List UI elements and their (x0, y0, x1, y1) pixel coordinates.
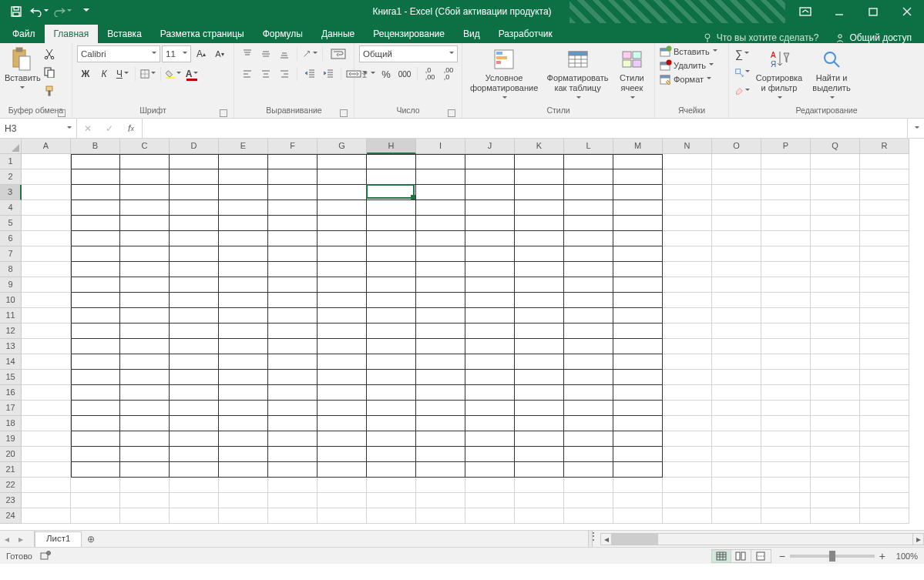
cell[interactable] (663, 508, 712, 524)
cell[interactable] (712, 385, 761, 401)
cell[interactable] (318, 493, 367, 508)
sheet-nav-next-icon[interactable]: ▸ (18, 534, 29, 545)
cell[interactable] (318, 385, 367, 401)
tab-разметка страницы[interactable]: Разметка страницы (151, 25, 254, 43)
cell[interactable] (71, 169, 120, 185)
cell[interactable] (318, 370, 367, 385)
cell[interactable] (465, 308, 515, 324)
customize-qat-icon[interactable] (76, 2, 96, 22)
cell[interactable] (22, 185, 71, 200)
cell[interactable] (515, 231, 564, 246)
borders-icon[interactable] (139, 65, 156, 82)
enter-icon[interactable]: ✓ (99, 119, 120, 138)
cell[interactable] (416, 493, 465, 508)
cell[interactable] (564, 401, 613, 416)
cell[interactable] (465, 478, 515, 493)
row-header[interactable]: 12 (0, 324, 22, 339)
cell[interactable] (663, 185, 712, 200)
cell[interactable] (120, 324, 170, 339)
row-header[interactable]: 5 (0, 216, 22, 231)
cell[interactable] (268, 246, 318, 262)
cell[interactable] (367, 385, 416, 401)
cell[interactable] (22, 431, 71, 447)
cell[interactable] (22, 262, 71, 277)
cell[interactable] (663, 246, 712, 262)
cell[interactable] (367, 293, 416, 308)
cell[interactable] (860, 416, 909, 431)
cell[interactable] (860, 478, 909, 493)
cell[interactable] (613, 493, 663, 508)
zoom-out-icon[interactable]: − (779, 550, 785, 562)
cell[interactable] (416, 339, 465, 354)
align-right-icon[interactable] (276, 65, 293, 82)
cell[interactable] (860, 339, 909, 354)
undo-icon[interactable] (29, 2, 49, 22)
cell[interactable] (367, 216, 416, 231)
cell[interactable] (416, 246, 465, 262)
cell[interactable] (367, 493, 416, 508)
cell[interactable] (268, 154, 318, 169)
tab-данные[interactable]: Данные (312, 25, 364, 43)
cell[interactable] (416, 169, 465, 185)
cell[interactable] (811, 308, 860, 324)
cell[interactable] (416, 308, 465, 324)
cell[interactable] (515, 262, 564, 277)
cell[interactable] (860, 277, 909, 293)
cell[interactable] (318, 462, 367, 478)
ribbon-options-icon[interactable] (788, 0, 822, 23)
cell[interactable] (318, 185, 367, 200)
cell[interactable] (318, 216, 367, 231)
italic-icon[interactable]: К (96, 65, 113, 82)
cell[interactable] (219, 246, 268, 262)
cell[interactable] (71, 293, 120, 308)
cell[interactable] (219, 508, 268, 524)
cell[interactable] (712, 339, 761, 354)
cell[interactable] (120, 462, 170, 478)
close-icon[interactable] (890, 0, 924, 23)
cell[interactable] (170, 447, 219, 462)
cell[interactable] (515, 462, 564, 478)
cell[interactable] (564, 169, 613, 185)
cell[interactable] (170, 293, 219, 308)
view-normal-icon[interactable] (711, 549, 731, 563)
row-header[interactable]: 18 (0, 416, 22, 431)
cell[interactable] (515, 154, 564, 169)
cell[interactable] (515, 200, 564, 216)
cell[interactable] (712, 508, 761, 524)
cell[interactable] (663, 216, 712, 231)
scroll-right-icon[interactable]: ▸ (912, 534, 923, 545)
cell[interactable] (613, 216, 663, 231)
column-header[interactable]: B (71, 139, 120, 154)
cell[interactable] (761, 416, 811, 431)
cell[interactable] (712, 169, 761, 185)
font-dialog-icon[interactable] (220, 109, 227, 117)
cell[interactable] (811, 154, 860, 169)
cell[interactable] (465, 401, 515, 416)
cell[interactable] (268, 293, 318, 308)
cell[interactable] (120, 385, 170, 401)
cell[interactable] (268, 324, 318, 339)
cell[interactable] (367, 185, 416, 200)
align-center-icon[interactable] (257, 65, 274, 82)
cell[interactable] (712, 324, 761, 339)
cell[interactable] (367, 431, 416, 447)
cell[interactable] (564, 200, 613, 216)
cell[interactable] (416, 416, 465, 431)
cell[interactable] (860, 231, 909, 246)
cell[interactable] (219, 231, 268, 246)
row-header[interactable]: 20 (0, 447, 22, 462)
orientation-icon[interactable] (301, 45, 318, 62)
clear-icon[interactable] (734, 82, 751, 99)
font-name-combo[interactable]: Calibri (77, 45, 160, 62)
format-as-table-button[interactable]: Форматировать как таблицу (543, 45, 612, 104)
row-header[interactable]: 21 (0, 462, 22, 478)
cell[interactable] (564, 354, 613, 370)
cell[interactable] (811, 354, 860, 370)
cell[interactable] (613, 231, 663, 246)
fill-color-icon[interactable] (165, 65, 182, 82)
cell[interactable] (811, 447, 860, 462)
formula-input[interactable] (143, 119, 907, 138)
expand-formula-icon[interactable] (907, 119, 924, 138)
cell[interactable] (367, 447, 416, 462)
cell[interactable] (219, 462, 268, 478)
